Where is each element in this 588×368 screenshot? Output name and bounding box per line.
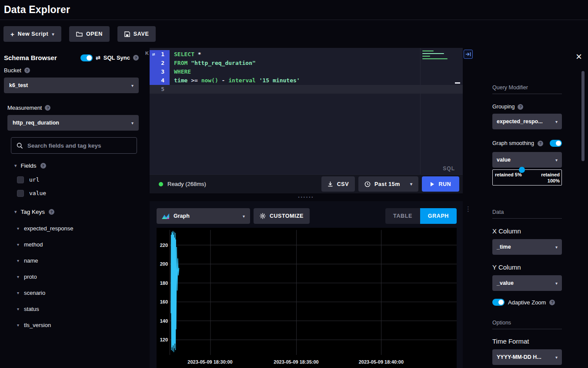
y-axis-label: 220 (160, 243, 168, 248)
chevron-down-icon[interactable]: ▾ (17, 290, 19, 295)
help-icon[interactable]: ? (538, 141, 543, 146)
search-input[interactable] (27, 142, 131, 149)
chevron-down-icon[interactable]: ▾ (17, 323, 19, 327)
new-script-button[interactable]: + New Script ▾ (3, 26, 61, 42)
editor-line[interactable]: 5 (150, 85, 463, 94)
visualization-header: Graph ▾ CUSTOMIZE TABLE GRAPH (157, 208, 457, 224)
editor-line[interactable]: 4time >= now() - interval '15 minutes' (150, 76, 463, 85)
save-label: SAVE (134, 31, 149, 37)
collapse-panel-button[interactable] (464, 50, 473, 59)
customize-button[interactable]: CUSTOMIZE (254, 208, 310, 224)
tag-key-row[interactable]: ▾name (17, 253, 139, 269)
time-format-dropdown[interactable]: YYYY-MM-DD H... ▾ (492, 349, 562, 365)
chevron-down-icon: ▾ (243, 214, 245, 219)
clock-icon (364, 181, 371, 187)
visualization-panel: Graph ▾ CUSTOMIZE TABLE GRAPH (150, 201, 463, 368)
help-icon[interactable]: ? (40, 163, 46, 169)
save-button[interactable]: SAVE (117, 26, 156, 42)
line-number: 2 (150, 59, 170, 68)
time-range-dropdown[interactable]: Past 15m ▾ (358, 176, 418, 192)
x-axis-label: 2023-05-09 18:35:00 (274, 359, 318, 365)
help-icon[interactable]: ? (549, 300, 555, 305)
time-format-label: Time Format (492, 338, 562, 345)
chevron-down-icon[interactable]: ▾ (17, 242, 19, 247)
graph-smoothing-toggle[interactable] (550, 140, 562, 147)
sql-editor[interactable]: ⇄1SELECT *2FROM "http_req_duration"3WHER… (150, 48, 463, 174)
field-row[interactable]: value (17, 186, 139, 200)
tag-key-row[interactable]: ▾expected_response (17, 220, 139, 236)
y-column-dropdown[interactable]: _value ▾ (492, 275, 562, 291)
y-axis-label: 120 (160, 337, 168, 342)
tag-key-row[interactable]: ▾method (17, 236, 139, 253)
chevron-down-icon: ▾ (555, 245, 558, 250)
help-icon[interactable]: ? (24, 68, 30, 73)
chevron-down-icon[interactable]: ▾ (17, 226, 19, 231)
y-axis-label: 180 (160, 280, 168, 286)
left-pane-resize-handle[interactable]: K (143, 48, 150, 368)
line-number: 4 (150, 76, 170, 85)
chevron-down-icon: ▾ (52, 32, 54, 37)
graph-chart-icon (162, 213, 169, 219)
sql-sync-label: SQL Sync (104, 54, 130, 61)
smoothing-slider[interactable]: retained 5% retained 100% (492, 169, 562, 186)
field-row[interactable]: url (17, 173, 139, 186)
tab-table[interactable]: TABLE (385, 208, 420, 224)
help-icon[interactable]: ? (518, 104, 523, 110)
bucket-dropdown[interactable]: k6_test ▾ (4, 78, 139, 93)
time-format-value: YYYY-MM-DD H... (497, 354, 541, 360)
minimap-line (422, 58, 448, 59)
chevron-down-icon[interactable]: ▾ (17, 274, 19, 279)
tag-key-label: tls_version (24, 322, 51, 328)
field-checkbox[interactable] (17, 190, 24, 197)
graph-smoothing-label: Graph smoothing (492, 140, 534, 146)
chevron-down-icon[interactable]: ▾ (14, 209, 17, 215)
grouping-dropdown[interactable]: expected_respo... ▾ (492, 114, 562, 129)
scrollbar-thumb[interactable] (581, 71, 585, 161)
editor-line[interactable]: 2FROM "http_req_duration" (150, 59, 463, 68)
code-text: SELECT * (170, 50, 201, 59)
fields-label: Fields (21, 162, 37, 169)
help-icon[interactable]: ? (45, 105, 50, 111)
run-label: RUN (438, 181, 451, 187)
grouping-label-row: Grouping ? (492, 104, 562, 110)
close-panel-button[interactable]: × (576, 51, 582, 62)
chevron-down-icon[interactable]: ▾ (14, 163, 17, 169)
chevron-down-icon: ▾ (555, 158, 558, 162)
toggle-knob (556, 141, 561, 146)
schema-search (11, 137, 137, 154)
view-type-dropdown[interactable]: Graph ▾ (157, 208, 250, 224)
field-checkbox[interactable] (17, 176, 24, 183)
chart-plot-area[interactable] (170, 230, 457, 355)
tab-graph[interactable]: GRAPH (420, 208, 457, 224)
tag-key-label: status (24, 306, 39, 312)
overview-ruler-marker (455, 82, 460, 84)
horizontal-splitter[interactable]: •••••• (150, 193, 463, 201)
adaptive-zoom-label: Adaptive Zoom (508, 299, 546, 306)
tag-key-row[interactable]: ▾status (17, 301, 139, 317)
tag-key-row[interactable]: ▾proto (17, 269, 139, 285)
chevron-down-icon[interactable]: ▾ (17, 258, 19, 263)
tag-key-label: name (24, 257, 38, 264)
chevron-down-icon[interactable]: ▾ (17, 307, 19, 311)
run-button[interactable]: RUN (422, 176, 459, 192)
sql-sync-toggle[interactable] (80, 54, 93, 61)
editor-minimap[interactable] (420, 48, 463, 174)
csv-download-button[interactable]: CSV (321, 176, 355, 192)
chart-svg (170, 230, 457, 355)
help-icon[interactable]: ? (49, 209, 54, 215)
smoothing-column-value: value (497, 157, 511, 163)
tag-key-row[interactable]: ▾tls_version (17, 317, 139, 333)
tag-keys-section-header: ▾ Tag Keys ? (14, 209, 139, 215)
measurement-dropdown[interactable]: http_req_duration ▾ (7, 115, 139, 131)
adaptive-zoom-row: Adaptive Zoom ? (492, 299, 562, 306)
help-icon[interactable]: ? (133, 55, 139, 61)
tag-key-row[interactable]: ▾scenario (17, 285, 139, 301)
smoothing-slider-handle[interactable] (519, 167, 525, 173)
smoothing-column-dropdown[interactable]: value ▾ (492, 152, 562, 168)
schema-browser: Schema Browser ⇄ SQL Sync ? Bucket ? k6_… (0, 48, 143, 368)
open-button[interactable]: OPEN (69, 26, 110, 42)
editor-line[interactable]: 3WHERE (150, 68, 463, 76)
editor-line[interactable]: ⇄1SELECT * (150, 50, 463, 59)
adaptive-zoom-toggle[interactable] (492, 299, 504, 306)
x-column-dropdown[interactable]: _time ▾ (492, 239, 562, 255)
